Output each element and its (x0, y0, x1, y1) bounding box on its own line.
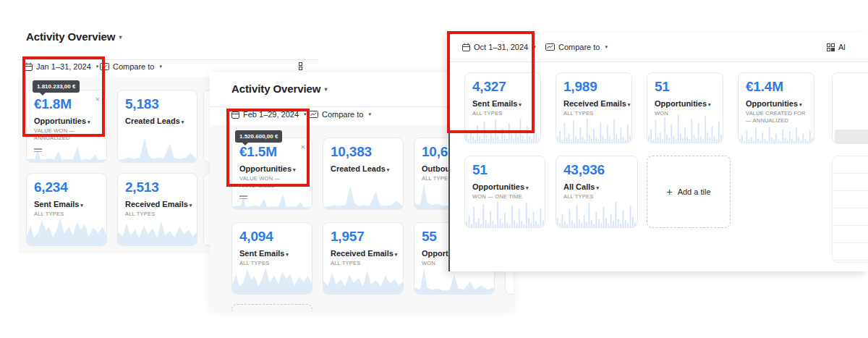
chevron-down-icon: ▾ (190, 203, 192, 208)
tile-label: Created Leads (331, 164, 386, 173)
screenshot-canvas: Activity Overview▾ Jan 1–31, 2024 ▾ Comp… (0, 0, 868, 338)
sparkline-bars (556, 114, 631, 143)
date-range-label: Oct 1–31, 2024 (474, 43, 528, 51)
metric-tile-received-emails[interactable]: 1,989 Received Emails▾ ALL TYPES (556, 72, 632, 143)
chevron-down-icon: ▾ (304, 111, 307, 117)
tile-value: 43,936 (563, 163, 630, 178)
tile-label: Opportunities (34, 117, 86, 125)
tile-label: Sent Emails (239, 249, 284, 258)
chevron-down-icon: ▾ (395, 252, 398, 257)
divider (18, 59, 318, 60)
tile-value: €1.4M (746, 80, 807, 95)
drag-handle-icon[interactable] (239, 194, 247, 200)
tile-value: 51 (655, 80, 715, 95)
tile-value: €1.5M (239, 145, 305, 160)
metric-tile-sent-emails[interactable]: 4,327 Sent Emails▾ ALL TYPES (464, 72, 541, 143)
drag-handle-icon[interactable] (34, 147, 42, 153)
chevron-down-icon: ▾ (88, 119, 90, 124)
page-title: Activity Overview▾ (26, 30, 122, 43)
metric-tile-opportunities[interactable]: €1.8M × Opportunities▾ VALUE WON — ANNUA… (26, 90, 107, 163)
metric-tile-opportunities-value[interactable]: €1.4M Opportunities▾ VALUE CREATED FOR —… (738, 72, 814, 143)
chevron-down-icon: ▾ (605, 44, 608, 50)
partial-label-chip (835, 130, 868, 144)
chevron-down-icon: ▾ (286, 252, 289, 257)
sparkline-bars (739, 124, 814, 143)
dashboards-menu-label: Al (838, 43, 846, 51)
tile-label: Received Emails (331, 249, 393, 258)
line-chart-icon (545, 43, 555, 51)
chevron-down-icon: ▾ (628, 102, 631, 107)
chevron-down-icon: ▾ (708, 102, 711, 107)
metric-tile-received-emails[interactable]: 1,957 Received Emails▾ ALL TYPES (323, 222, 404, 295)
value-tooltip: 1.520.600,00 € (235, 130, 282, 143)
tile-sublabel: WON (655, 110, 715, 117)
chevron-down-icon: ▾ (799, 102, 802, 107)
tile-sublabel: VALUE WON — ANNUALIZED (239, 175, 302, 190)
close-icon[interactable]: × (95, 96, 100, 103)
tile-label: Sent Emails (34, 200, 79, 208)
dashboard-icon (827, 43, 835, 51)
tile-sublabel: ALL TYPES (563, 193, 626, 200)
chevron-down-icon: ▾ (368, 111, 371, 117)
date-range-selector[interactable]: Feb 1–29, 2024 ▾ (231, 110, 307, 119)
chevron-down-icon: ▾ (182, 119, 184, 124)
compare-to-label: Compare to (558, 43, 600, 51)
tile-sublabel: VALUE WON — ANNUALIZED (34, 127, 96, 142)
tile-value: 1,989 (563, 80, 624, 95)
tile-label: Opportunities (746, 99, 798, 108)
metric-tile-opportunities[interactable]: €1.5M × Opportunities▾ VALUE WON — ANNUA… (231, 138, 312, 210)
metric-tile-created-leads[interactable]: 5,183 Created Leads▾ (117, 90, 197, 163)
tile-sublabel: ALL TYPES (563, 110, 624, 117)
dashboard-panel-oct: Oct 1–31, 2024 ▾ Compare to ▾ Al 4,327 S… (448, 33, 868, 271)
chevron-down-icon: ▾ (159, 64, 162, 69)
chevron-down-icon: ▾ (96, 64, 99, 69)
date-range-selector[interactable]: Oct 1–31, 2024 ▾ (462, 43, 536, 51)
calendar-icon (231, 110, 239, 119)
close-icon[interactable]: × (301, 143, 305, 151)
tile-sublabel: ALL TYPES (472, 110, 533, 117)
divider (450, 62, 868, 62)
compare-to-selector[interactable]: Compare to ▾ (545, 43, 608, 51)
dashboards-menu[interactable]: Al (827, 43, 846, 51)
date-range-label: Feb 1–29, 2024 (243, 110, 299, 119)
tile-sublabel: ALL TYPES (331, 260, 393, 267)
metric-tile-sent-emails[interactable]: 6,234 Sent Emails▾ ALL TYPES (26, 173, 107, 246)
chevron-down-icon: ▾ (293, 167, 296, 172)
tile-sublabel: ALL TYPES (34, 211, 96, 218)
sparkline-chart (118, 129, 197, 162)
chevron-down-icon[interactable]: ▾ (324, 86, 327, 93)
tile-value: 10,383 (331, 145, 396, 160)
metric-tile-opportunities-won-onetime[interactable]: 51 Opportunities▾ WON — ONE TIME (464, 156, 545, 228)
chevron-down-icon: ▾ (526, 185, 529, 190)
partial-list-tile (832, 156, 868, 263)
tile-value: 5,183 (125, 97, 190, 112)
add-tile-label: Add a tile (678, 187, 711, 196)
date-range-selector[interactable]: Jan 1–31, 2024 ▾ (25, 62, 98, 71)
add-tile-button[interactable] (231, 304, 312, 311)
add-tile-button[interactable]: + Add a tile (647, 156, 731, 228)
tile-label: Created Leads (125, 117, 180, 125)
tile-label: Received Emails (125, 200, 188, 208)
compare-to-selector[interactable]: Compare to ▾ (100, 62, 162, 71)
metric-tile-received-emails[interactable]: 2,513 Received Emails▾ ALL TYPES (117, 173, 197, 246)
compare-to-selector[interactable]: Compare to ▾ (309, 110, 371, 119)
metric-tile-sent-emails[interactable]: 4,094 Sent Emails▾ ALL TYPES (231, 222, 312, 295)
tile-value: 2,513 (125, 180, 190, 195)
metric-tile-opportunities-won[interactable]: 51 Opportunities▾ WON (647, 72, 723, 143)
chevron-down-icon[interactable]: ▾ (119, 34, 122, 41)
line-chart-icon (309, 111, 318, 118)
dashboard-icon[interactable] (299, 62, 303, 70)
tile-sublabel: ALL TYPES (239, 260, 302, 267)
date-range-label: Jan 1–31, 2024 (36, 62, 91, 71)
tile-value: €1.8M (34, 97, 99, 112)
tile-label: Sent Emails (472, 99, 517, 108)
chevron-down-icon: ▾ (519, 102, 522, 107)
calendar-icon (462, 43, 470, 51)
metric-tile-created-leads[interactable]: 10,383 Created Leads▾ (323, 138, 404, 210)
page-title: Activity Overview▾ (231, 83, 327, 95)
tile-value: 6,234 (34, 180, 99, 195)
compare-to-label: Compare to (322, 110, 363, 119)
chevron-down-icon: ▾ (80, 203, 83, 208)
tile-value: 51 (472, 163, 537, 178)
metric-tile-all-calls[interactable]: 43,936 All Calls▾ ALL TYPES (556, 156, 638, 228)
